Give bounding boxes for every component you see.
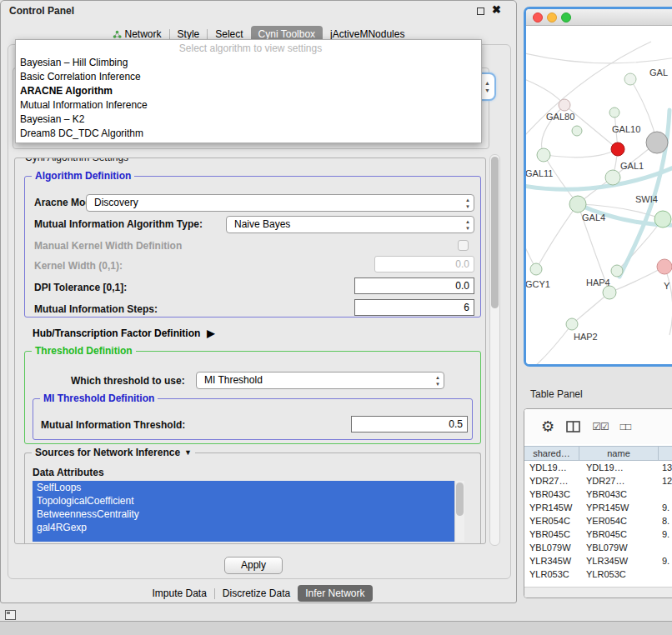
mi-steps-input[interactable] <box>354 299 474 316</box>
node-label: GAL10 <box>612 124 640 134</box>
deselect-all-icon[interactable]: □□ <box>620 421 631 432</box>
hub-definition-label: Hub/Transcription Factor Definition <box>33 328 200 339</box>
table-row[interactable]: YDL19…YDL19…13 <box>524 461 672 474</box>
stepper-arrows-icon: ▲▼ <box>465 218 470 232</box>
table-row[interactable]: YLR053CYLR053C <box>524 568 672 581</box>
column-header[interactable]: shared… <box>524 447 579 460</box>
settings-scrollbar[interactable] <box>489 154 500 546</box>
network-view-window: GAL GAL80 GAL10 GAL11 GAL1 SWI4 GAL4 GCY… <box>524 7 672 367</box>
which-threshold-value: MI Threshold <box>204 374 263 386</box>
network-node <box>654 211 671 228</box>
node-label: GAL4 <box>582 212 605 222</box>
dropdown-item[interactable]: Basic Correlation Inference <box>16 70 481 84</box>
algorithm-definition-title: Algorithm Definition <box>32 170 134 182</box>
table-row[interactable]: YER054CYER054C8. <box>524 514 672 528</box>
table-panel-window: ⚙ ☑☑ □□ shared… name YDL19…YDL19…13 YDR2… <box>524 408 672 598</box>
table-toolbar: ⚙ ☑☑ □□ <box>524 409 672 444</box>
data-attributes-label: Data Attributes <box>33 464 104 481</box>
node-label: GAL1 <box>620 161 644 171</box>
list-item[interactable]: TopologicalCoefficient <box>33 494 464 508</box>
bottom-tabbar: Impute Data Discretize Data Infer Networ… <box>1 583 516 603</box>
table-row[interactable]: YDR27…YDR27…12 <box>524 474 672 488</box>
table-row[interactable]: YPR145WYPR145W9. <box>524 501 672 514</box>
network-canvas[interactable]: GAL GAL80 GAL10 GAL11 GAL1 SWI4 GAL4 GCY… <box>526 27 672 367</box>
node-label: GAL11 <box>526 168 553 178</box>
mi-steps-label: Mutual Information Steps: <box>34 301 158 318</box>
network-node-gray <box>646 132 668 153</box>
panel-toggle-icon[interactable] <box>5 610 16 620</box>
tab-discretize-data[interactable]: Discretize Data <box>215 585 298 602</box>
kernel-width-input[interactable] <box>374 256 474 272</box>
list-item[interactable]: gal4RGexp <box>33 521 464 534</box>
mi-type-combo[interactable]: Naive Bayes ▲▼ <box>226 216 474 233</box>
mi-threshold-definition-title: MI Threshold Definition <box>40 392 158 404</box>
table-row[interactable]: YLR345WYLR345W9. <box>524 554 672 568</box>
minimize-traffic-light-icon[interactable] <box>547 12 557 22</box>
network-node-red <box>611 142 624 156</box>
node-label: SWI4 <box>635 194 658 204</box>
table-horizontal-scrollbar[interactable] <box>524 587 672 598</box>
mi-threshold-label: Mutual Information Threshold: <box>41 417 185 433</box>
node-label: GAL <box>649 68 668 78</box>
which-threshold-combo[interactable]: MI Threshold ▲▼ <box>196 372 444 389</box>
dropdown-item[interactable]: Mutual Information Inference <box>16 98 481 112</box>
zoom-traffic-light-icon[interactable] <box>561 12 571 22</box>
sources-toggle[interactable]: Sources for Network Inference ▼ <box>32 447 195 458</box>
table-row[interactable]: YBR045CYBR045C9. <box>524 528 672 541</box>
which-threshold-label: Which threshold to use: <box>71 372 185 389</box>
dpi-tolerance-input[interactable] <box>354 278 474 294</box>
float-window-icon[interactable] <box>477 8 484 15</box>
apply-button[interactable]: Apply <box>224 557 283 574</box>
status-strip <box>0 621 672 635</box>
aracne-mode-combo[interactable]: Discovery ▲▼ <box>86 194 474 212</box>
list-item-partial[interactable] <box>33 534 464 542</box>
network-node <box>611 265 623 277</box>
list-item[interactable]: SelfLoops <box>33 481 464 494</box>
gear-icon[interactable]: ⚙ <box>541 418 554 436</box>
node-label: GAL80 <box>546 112 574 122</box>
close-icon[interactable]: ✖ <box>492 3 501 16</box>
dropdown-item[interactable]: Bayesian – Hill Climbing <box>16 56 481 70</box>
list-item[interactable]: BetweennessCentrality <box>33 508 464 521</box>
network-graph: GAL GAL80 GAL10 GAL11 GAL1 SWI4 GAL4 GCY… <box>526 27 672 367</box>
network-node <box>559 99 570 111</box>
network-node <box>566 318 578 330</box>
column-header[interactable]: name <box>579 447 659 460</box>
node-label: GCY1 <box>526 279 550 289</box>
table-header: shared… name <box>524 446 672 461</box>
network-node <box>569 196 586 212</box>
tab-infer-network[interactable]: Infer Network <box>298 585 372 602</box>
chevron-right-icon: ▶ <box>207 328 214 339</box>
stepper-arrows-icon: ▲▼ <box>435 374 440 388</box>
table-panel-title: Table Panel <box>530 388 583 400</box>
dropdown-item[interactable]: Dream8 DC_TDC Algorithm <box>16 127 481 141</box>
list-scrollbar-thumb[interactable] <box>456 482 464 516</box>
tab-impute-data[interactable]: Impute Data <box>144 585 213 602</box>
data-attributes-list: SelfLoops TopologicalCoefficient Between… <box>33 481 464 542</box>
tab-network-label: Network <box>125 28 162 40</box>
network-node <box>537 148 550 162</box>
settings-scrollbar-thumb[interactable] <box>491 157 499 308</box>
network-node <box>603 286 616 299</box>
column-header[interactable] <box>659 447 672 460</box>
kernel-width-label: Kernel Width (0,1): <box>34 258 123 274</box>
dropdown-item-selected[interactable]: ARACNE Algorithm <box>16 84 481 98</box>
manual-kernel-checkbox[interactable] <box>458 240 469 251</box>
network-labels: GAL GAL80 GAL10 GAL11 GAL1 SWI4 GAL4 GCY… <box>526 68 670 342</box>
mi-threshold-input[interactable] <box>351 416 468 432</box>
hub-definition-toggle[interactable]: Hub/Transcription Factor Definition ▶ <box>33 326 215 341</box>
dropdown-item[interactable]: Bayesian – K2 <box>16 112 481 127</box>
list-scrollbar[interactable] <box>454 481 464 542</box>
table-row[interactable]: YBR043CYBR043C <box>524 488 672 501</box>
columns-icon[interactable] <box>566 421 580 432</box>
select-all-icon[interactable]: ☑☑ <box>592 421 609 432</box>
table-row[interactable]: YBL079WYBL079W <box>524 541 672 554</box>
chevron-down-icon: ▼ <box>184 448 192 457</box>
aracne-mode-value: Discovery <box>94 197 138 208</box>
network-node-pink <box>657 259 672 274</box>
network-node <box>605 170 620 185</box>
network-node <box>572 126 582 136</box>
network-window-titlebar[interactable] <box>526 9 672 26</box>
algorithm-dropdown-list: Select algorithm to view settings Bayesi… <box>15 39 482 143</box>
close-traffic-light-icon[interactable] <box>533 12 543 22</box>
